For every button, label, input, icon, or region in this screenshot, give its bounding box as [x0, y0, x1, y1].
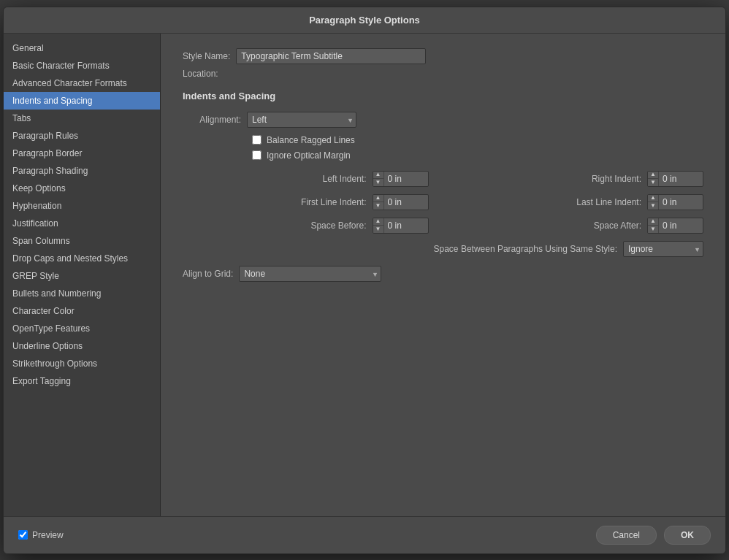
space-after-down[interactable]: ▼	[648, 226, 658, 233]
right-indent-spinner: ▲ ▼	[647, 171, 703, 187]
paragraph-style-dialog: Paragraph Style Options GeneralBasic Cha…	[3, 7, 726, 554]
sidebar-item-drop-caps[interactable]: Drop Caps and Nested Styles	[4, 250, 160, 267]
sidebar-item-justification[interactable]: Justification	[4, 215, 160, 232]
sidebar-item-hyphenation[interactable]: Hyphenation	[4, 197, 160, 215]
left-indent-spinner: ▲ ▼	[373, 171, 429, 187]
align-grid-select-wrapper: None All Lines First Line Only ▾	[239, 266, 381, 282]
sidebar-item-indents-spacing[interactable]: Indents and Spacing	[4, 92, 160, 110]
space-after-spin-buttons: ▲ ▼	[648, 218, 659, 233]
style-name-row: Style Name:	[183, 48, 703, 64]
last-line-down[interactable]: ▼	[648, 202, 658, 210]
align-grid-row: Align to Grid: None All Lines First Line…	[183, 266, 703, 282]
sidebar-item-paragraph-rules[interactable]: Paragraph Rules	[4, 127, 160, 145]
preview-label: Preview	[32, 530, 64, 540]
space-before-down[interactable]: ▼	[373, 226, 383, 233]
space-before-row: Space Before: ▲ ▼	[183, 218, 429, 234]
sidebar: GeneralBasic Character FormatsAdvanced C…	[4, 34, 161, 516]
style-name-label: Style Name:	[183, 51, 230, 61]
align-grid-select[interactable]: None All Lines First Line Only	[239, 266, 381, 282]
section-title: Indents and Spacing	[183, 91, 703, 101]
ignore-optical-row: Ignore Optical Margin	[252, 150, 703, 161]
location-row: Location:	[183, 69, 703, 79]
right-indent-input[interactable]	[659, 172, 703, 185]
left-indent-up[interactable]: ▲	[373, 172, 383, 179]
sidebar-item-tabs[interactable]: Tabs	[4, 110, 160, 127]
sidebar-item-bullets-numbering[interactable]: Bullets and Numbering	[4, 285, 160, 302]
right-indent-label: Right Indent:	[592, 174, 641, 184]
indent-grid: Left Indent: ▲ ▼ Right Indent: ▲	[183, 171, 703, 234]
last-line-input[interactable]	[659, 196, 703, 209]
sidebar-item-span-columns[interactable]: Span Columns	[4, 232, 160, 250]
balance-ragged-row: Balance Ragged Lines	[252, 135, 703, 145]
sidebar-item-grep-style[interactable]: GREP Style	[4, 267, 160, 285]
space-before-up[interactable]: ▲	[373, 218, 383, 226]
left-indent-input[interactable]	[384, 172, 428, 185]
sidebar-item-char-color[interactable]: Character Color	[4, 302, 160, 320]
space-before-label: Space Before:	[310, 220, 366, 231]
ignore-optical-label: Ignore Optical Margin	[267, 150, 351, 161]
first-line-spin-buttons: ▲ ▼	[373, 195, 384, 210]
space-before-spin-buttons: ▲ ▼	[373, 218, 384, 233]
alignment-row: Alignment: Left Center Right Justify ▾	[183, 112, 703, 128]
first-line-row: First Line Indent: ▲ ▼	[183, 194, 429, 210]
preview-checkbox[interactable]	[18, 530, 28, 540]
footer-buttons: Cancel OK	[596, 526, 711, 545]
style-name-input[interactable]	[236, 48, 426, 64]
right-indent-spin-buttons: ▲ ▼	[648, 172, 659, 186]
align-grid-label: Align to Grid:	[183, 269, 233, 279]
alignment-select[interactable]: Left Center Right Justify	[247, 112, 356, 128]
space-before-spinner: ▲ ▼	[373, 218, 429, 234]
balance-ragged-label: Balance Ragged Lines	[267, 135, 355, 145]
last-line-spin-buttons: ▲ ▼	[648, 195, 659, 210]
balance-ragged-checkbox[interactable]	[252, 135, 262, 145]
sidebar-item-keep-options[interactable]: Keep Options	[4, 180, 160, 197]
ok-button[interactable]: OK	[664, 526, 711, 545]
same-style-row: Space Between Paragraphs Using Same Styl…	[183, 241, 703, 257]
sidebar-item-basic-char[interactable]: Basic Character Formats	[4, 57, 160, 74]
main-content: Style Name: Location: Indents and Spacin…	[161, 34, 725, 516]
last-line-label: Last Line Indent:	[576, 197, 641, 207]
alignment-label: Alignment:	[183, 115, 241, 125]
sidebar-item-general[interactable]: General	[4, 39, 160, 57]
left-indent-row: Left Indent: ▲ ▼	[183, 171, 429, 187]
last-line-spinner: ▲ ▼	[647, 194, 703, 210]
same-style-select[interactable]: Ignore 0 in	[623, 241, 703, 257]
space-after-up[interactable]: ▲	[648, 218, 658, 226]
space-after-input[interactable]	[659, 219, 703, 232]
last-line-up[interactable]: ▲	[648, 195, 658, 202]
dialog-body: GeneralBasic Character FormatsAdvanced C…	[4, 34, 725, 516]
left-indent-spin-buttons: ▲ ▼	[373, 172, 384, 186]
last-line-row: Last Line Indent: ▲ ▼	[458, 194, 704, 210]
same-style-label: Space Between Paragraphs Using Same Styl…	[434, 244, 617, 254]
sidebar-item-advanced-char[interactable]: Advanced Character Formats	[4, 74, 160, 92]
space-after-label: Space After:	[594, 220, 641, 231]
first-line-down[interactable]: ▼	[373, 202, 383, 210]
left-indent-label: Left Indent:	[322, 174, 366, 184]
dialog-footer: Preview Cancel OK	[4, 516, 725, 553]
space-after-row: Space After: ▲ ▼	[458, 218, 704, 234]
location-label: Location:	[183, 69, 218, 79]
sidebar-item-paragraph-border[interactable]: Paragraph Border	[4, 145, 160, 162]
first-line-label: First Line Indent:	[301, 197, 366, 207]
right-indent-up[interactable]: ▲	[648, 172, 658, 179]
first-line-spinner: ▲ ▼	[373, 194, 429, 210]
first-line-input[interactable]	[384, 196, 428, 209]
same-style-select-wrapper: Ignore 0 in ▾	[623, 241, 703, 257]
sidebar-item-paragraph-shading[interactable]: Paragraph Shading	[4, 162, 160, 180]
sidebar-item-export-tagging[interactable]: Export Tagging	[4, 372, 160, 390]
right-indent-down[interactable]: ▼	[648, 179, 658, 186]
cancel-button[interactable]: Cancel	[596, 526, 657, 545]
first-line-up[interactable]: ▲	[373, 195, 383, 202]
ignore-optical-checkbox[interactable]	[252, 150, 262, 160]
sidebar-item-opentype[interactable]: OpenType Features	[4, 320, 160, 337]
alignment-select-wrapper: Left Center Right Justify ▾	[247, 112, 356, 128]
sidebar-item-strikethrough[interactable]: Strikethrough Options	[4, 355, 160, 372]
sidebar-item-underline[interactable]: Underline Options	[4, 337, 160, 355]
space-after-spinner: ▲ ▼	[647, 218, 703, 234]
left-indent-down[interactable]: ▼	[373, 179, 383, 186]
right-indent-row: Right Indent: ▲ ▼	[458, 171, 704, 187]
preview-row: Preview	[18, 530, 64, 540]
dialog-title: Paragraph Style Options	[4, 7, 725, 34]
space-before-input[interactable]	[384, 219, 428, 232]
